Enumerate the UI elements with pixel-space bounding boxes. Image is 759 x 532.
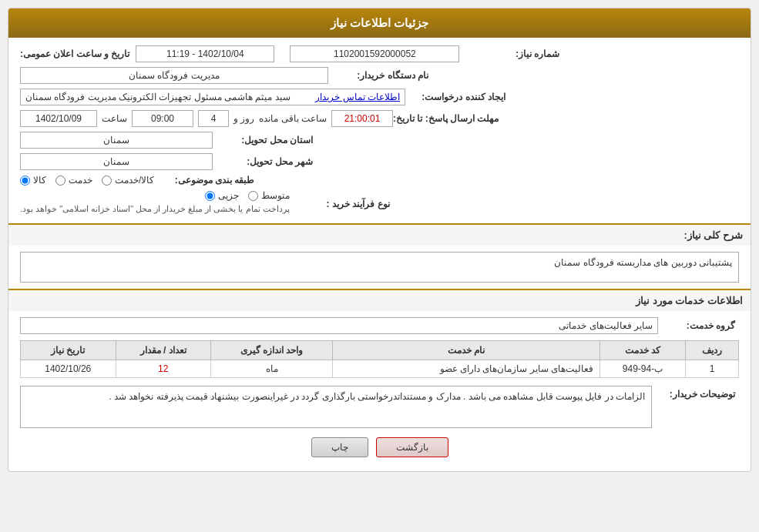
category-radio-khadmat[interactable]	[55, 176, 65, 186]
category-radio-khadmat-kala[interactable]	[102, 176, 112, 186]
response-time-label: ساعت	[102, 113, 127, 124]
purchase-type-jozei: جزیی	[205, 190, 239, 201]
category-radio-kala[interactable]	[20, 176, 30, 186]
buyer-org-value: مدیریت فرودگاه سمنان	[20, 67, 328, 84]
service-group-label: گروه خدمت:	[658, 320, 735, 331]
col-header-qty: تعداد / مقدار	[116, 341, 210, 360]
service-group-value: سایر فعالیت‌های خدماتی	[20, 317, 658, 334]
category-radio-group: کالا/خدمت خدمت کالا	[20, 175, 154, 186]
buyer-org-row: نام دستگاه خریدار: مدیریت فرودگاه سمنان	[20, 67, 739, 84]
province-row: استان محل تحویل: سمنان	[20, 132, 739, 149]
purchase-type-row: نوع فرآیند خرید : متوسط جزیی پرداخت تمام…	[20, 190, 739, 217]
category-option-khadmat-kala: کالا/خدمت	[102, 175, 154, 186]
back-button[interactable]: بازگشت	[376, 437, 448, 457]
cell-date-0: 1402/10/26	[21, 360, 116, 378]
response-remaining-label: ساعت باقی مانده	[259, 113, 327, 124]
category-khadmat-label: خدمت	[69, 175, 92, 186]
announce-date-label: تاریخ و ساعت اعلان عمومی:	[20, 49, 129, 59]
response-time-value: 09:00	[132, 110, 193, 127]
purchase-type-motavaset-label: متوسط	[261, 190, 290, 201]
response-day-value: 4	[198, 110, 229, 127]
need-desc-value: پشتیبانی دوربین های مداربسته فرودگاه سمن…	[20, 252, 739, 283]
buyer-notes-value: الزامات در فایل پیوست قابل مشاهده می باش…	[20, 386, 652, 428]
print-button[interactable]: چاپ	[311, 437, 368, 457]
requester-label: ایجاد کننده درخواست:	[405, 92, 505, 102]
need-desc-section-title: شرح کلی نیاز:	[8, 223, 751, 246]
province-value: سمنان	[20, 132, 213, 149]
category-option-khadmat: خدمت	[55, 175, 92, 186]
purchase-type-radio-group: متوسط جزیی	[205, 190, 290, 201]
buyer-notes-label: توضیحات خریدار:	[658, 386, 735, 400]
cell-code-0: ب-94-949	[599, 360, 685, 378]
buyer-notes-row: توضیحات خریدار: الزامات در فایل پیوست قا…	[20, 386, 739, 428]
col-header-row: ردیف	[686, 341, 739, 360]
category-khadmat-kala-label: کالا/خدمت	[115, 175, 154, 186]
province-label: استان محل تحویل:	[213, 135, 313, 146]
announce-date-value: 1402/10/04 - 11:19	[136, 45, 274, 62]
city-label: شهر محل تحویل:	[213, 156, 313, 167]
table-row: 1 ب-94-949 فعالیت‌های سایر سازمان‌های دا…	[21, 360, 739, 378]
cell-name-0: فعالیت‌های سایر سازمان‌های دارای عضو	[333, 360, 600, 378]
response-deadline-label: مهلت ارسال پاسخ: تا تاریخ:	[393, 113, 499, 124]
city-value: سمنان	[20, 153, 213, 170]
category-row: طبقه بندی موضوعی: کالا/خدمت خدمت کالا	[20, 175, 739, 186]
response-day-label: روز و	[233, 113, 254, 124]
action-buttons: بازگشت چاپ	[20, 437, 739, 457]
requester-value: اطلاعات تماس خریدار سید میثم هاشمی مسئول…	[20, 89, 405, 105]
city-row: شهر محل تحویل: سمنان	[20, 153, 739, 170]
cell-qty-0: 12	[116, 360, 210, 378]
cell-row-0: 1	[686, 360, 739, 378]
purchase-type-note: پرداخت تمام یا بخشی از مبلغ خریدار از مح…	[20, 201, 290, 217]
col-header-unit: واحد اندازه گیری	[210, 341, 332, 360]
page-header: جزئیات اطلاعات نیاز	[8, 8, 751, 38]
requester-name: سید میثم هاشمی مسئول تجهیزات الکترونیک م…	[25, 92, 291, 102]
buyer-org-label: نام دستگاه خریدار:	[328, 70, 428, 81]
need-number-label: شماره نیاز:	[459, 49, 559, 59]
category-option-kala: کالا	[20, 175, 46, 186]
response-remaining-value: 21:00:01	[331, 110, 393, 127]
category-label: طبقه بندی موضوعی:	[154, 175, 254, 186]
purchase-type-motavaset: متوسط	[248, 190, 290, 201]
need-number-value: 1102001592000052	[290, 45, 459, 62]
requester-row: ایجاد کننده درخواست: اطلاعات تماس خریدار…	[20, 89, 739, 105]
purchase-type-label: نوع فرآیند خرید :	[290, 199, 390, 209]
purchase-type-radio-jozei[interactable]	[205, 191, 215, 201]
purchase-type-jozei-label: جزیی	[218, 190, 239, 201]
services-info-title: اطلاعات خدمات مورد نیاز	[8, 289, 751, 311]
response-date-value: 1402/10/09	[20, 110, 97, 127]
cell-unit-0: ماه	[210, 360, 332, 378]
col-header-code: کد خدمت	[599, 341, 685, 360]
col-header-date: تاریخ نیاز	[21, 341, 116, 360]
page-title: جزئیات اطلاعات نیاز	[331, 16, 428, 29]
requester-contact-link[interactable]: اطلاعات تماس خریدار	[315, 92, 400, 102]
items-table: ردیف کد خدمت نام خدمت واحد اندازه گیری ت…	[20, 340, 739, 378]
response-deadline-row: مهلت ارسال پاسخ: تا تاریخ: 21:00:01 ساعت…	[20, 110, 739, 127]
category-kala-label: کالا	[33, 175, 46, 186]
service-group-row: گروه خدمت: سایر فعالیت‌های خدماتی	[20, 317, 739, 334]
need-number-row: شماره نیاز: 1102001592000052 1402/10/04 …	[20, 45, 739, 62]
purchase-type-radio-motavaset[interactable]	[248, 191, 258, 201]
col-header-name: نام خدمت	[333, 341, 600, 360]
